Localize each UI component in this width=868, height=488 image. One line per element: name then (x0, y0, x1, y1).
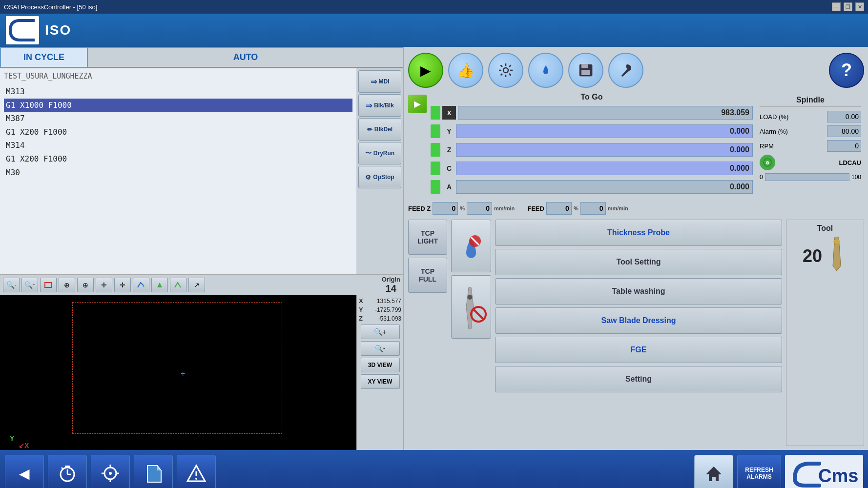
timer-button[interactable] (48, 455, 87, 488)
tcp-light-button[interactable]: TCPLIGHT (408, 220, 447, 255)
zoom-out-canvas[interactable]: 🔍- (361, 341, 400, 356)
axis-y-row: Y 0.000 (431, 123, 753, 140)
back-button[interactable]: ◀ (5, 455, 44, 488)
spindle-rpm-value: 0 (827, 140, 861, 152)
main-container: IN CYCLE AUTO TEST_USURA_LUNGHEZZA M313 … (0, 47, 868, 450)
svg-rect-19 (65, 466, 70, 468)
water-button[interactable] (528, 53, 563, 88)
path-button[interactable] (133, 278, 149, 292)
axis-a-indicator (431, 180, 440, 194)
axis-x-row: X 983.059 (431, 104, 753, 121)
coolant-drops-icon (451, 220, 491, 272)
view-button[interactable] (151, 278, 168, 292)
setting-button[interactable]: Setting (495, 366, 782, 392)
status-in-cycle: IN CYCLE (0, 47, 88, 68)
zoom-in-canvas[interactable]: 🔍+ (361, 325, 400, 339)
feed-group: FEED 0 % 0 mm/min (527, 202, 628, 215)
coord-z-label: Z (359, 315, 363, 322)
center-button[interactable]: ⊕ (59, 278, 75, 292)
close-button[interactable]: ✕ (855, 2, 864, 11)
right-toolbar: ⇒ MDI ⇒ Blk/Blk ✏ BlkDel 〜 DryRun ⚙ Op (356, 68, 403, 274)
to-go-section: To Go X 983.059 Y 0.000 (431, 93, 753, 197)
svg-point-22 (109, 472, 112, 475)
taskbar: ◀ (0, 450, 868, 488)
zoom-in-button[interactable]: 🔍+ (21, 278, 38, 292)
svg-rect-6 (581, 70, 590, 75)
ok-button[interactable]: 👍 (448, 53, 483, 88)
axis-c-indicator (431, 162, 440, 175)
spindle-icon-label: LDCAU (839, 159, 862, 166)
axis-z-row: Z 0.000 (431, 142, 753, 158)
status-bar: IN CYCLE AUTO (0, 47, 403, 68)
axis-c-row: C 0.000 (431, 160, 753, 177)
code-area: TEST_USURA_LUNGHEZZA M313 G1 X1000 F1000… (0, 68, 403, 274)
restore-button[interactable]: ❐ (844, 2, 852, 11)
spindle-progress-max: 100 (851, 174, 861, 181)
dryrun-button[interactable]: 〜 DryRun (358, 142, 401, 164)
tool-setting-button[interactable]: Tool Setting (495, 249, 782, 275)
app-title: OSAI ProcessController - [50 iso] (4, 3, 97, 11)
minimize-button[interactable]: ─ (832, 2, 841, 11)
rect-button[interactable] (40, 278, 57, 292)
header: ISO (0, 14, 868, 47)
feed-z-pct-unit: % (460, 205, 465, 211)
play-button[interactable]: ▶ (408, 53, 443, 88)
tcp-full-button[interactable]: TCPFULL (408, 258, 447, 293)
spindle-rpm-row: RPM 0 (760, 140, 861, 152)
mdi-button[interactable]: ⇒ MDI (358, 70, 401, 93)
refresh-alarms-button[interactable]: REFRESHALARMS (737, 455, 781, 488)
coord-x-row: X 1315.577 (359, 297, 401, 305)
code-line: G1 X200 F1000 (4, 152, 352, 166)
view-xy-button[interactable]: XY VIEW (361, 374, 400, 389)
blkdel-button[interactable]: ✏ BlkDel (358, 118, 401, 141)
spindle-progress: 0 100 (760, 173, 861, 181)
spindle-alarm-value: 80.00 (827, 125, 861, 137)
action-section: TCPLIGHT TCPFULL (408, 220, 864, 446)
coord-y-row: Y -1725.799 (359, 306, 401, 313)
fge-button[interactable]: FGE (495, 337, 782, 363)
help-button[interactable]: ? (829, 53, 864, 88)
crosshair-button[interactable] (91, 455, 130, 488)
fit-button[interactable]: ⊕ (77, 278, 94, 292)
axes-spindle-row: ▶ To Go X 983.059 Y 0.000 (408, 93, 864, 197)
pan-button[interactable]: ✛ (114, 278, 131, 292)
thickness-probe-button[interactable]: Thickness Probe (495, 220, 782, 246)
tool-path-button[interactable] (170, 278, 186, 292)
feed-row: FEED Z 0 % 0 mm/min FEED 0 % 0 mm/min (408, 200, 864, 217)
svg-point-31 (195, 478, 197, 480)
svg-point-15 (833, 240, 840, 244)
home-button[interactable] (694, 455, 733, 488)
blkblk-button[interactable]: ⇒ Blk/Blk (358, 94, 401, 117)
save-button[interactable] (568, 53, 603, 88)
alert-button[interactable] (177, 455, 216, 488)
feed-val: 0 (580, 202, 606, 215)
left-panel: IN CYCLE AUTO TEST_USURA_LUNGHEZZA M313 … (0, 47, 404, 450)
feed-pct-unit: % (574, 205, 579, 211)
svg-line-20 (62, 468, 63, 469)
taskbar-right: REFRESHALARMS Cms (694, 455, 863, 488)
window-controls: ─ ❐ ✕ (832, 2, 864, 11)
wrench-button[interactable] (608, 53, 643, 88)
feed-z-pct: 0 (433, 202, 458, 215)
axis-x-value: 983.059 (458, 106, 753, 120)
move-button[interactable]: ✛ (96, 278, 112, 292)
crosshair: + (181, 369, 185, 378)
canvas-inner (72, 302, 282, 434)
coords-panel: X 1315.577 Y -1725.799 Z -531.093 🔍+ 🔍- (356, 295, 403, 450)
view-xy-label: XY VIEW (368, 378, 393, 385)
saw-blade-dressing-button[interactable]: Saw Blade Dressing (495, 307, 782, 334)
feed-z-unit: mm/min (494, 205, 515, 211)
table-washing-button[interactable]: Table washing (495, 278, 782, 305)
right-panel: ▶ 👍 (404, 47, 868, 450)
settings-button[interactable] (488, 53, 523, 88)
zoom-out-button[interactable]: 🔍- (3, 278, 20, 292)
play-small-button[interactable]: ▶ (408, 95, 427, 113)
tool-number: 20 (803, 246, 822, 266)
code-line: M30 (4, 166, 352, 180)
axis-y-indicator (431, 124, 440, 138)
axis-x-label: ↙X (19, 442, 29, 449)
cursor-button[interactable]: ↗ (188, 278, 205, 292)
opstop-button[interactable]: ⚙ OpStop (358, 166, 401, 188)
view-3d-button[interactable]: 3D VIEW (361, 358, 400, 372)
document-button[interactable] (134, 455, 173, 488)
